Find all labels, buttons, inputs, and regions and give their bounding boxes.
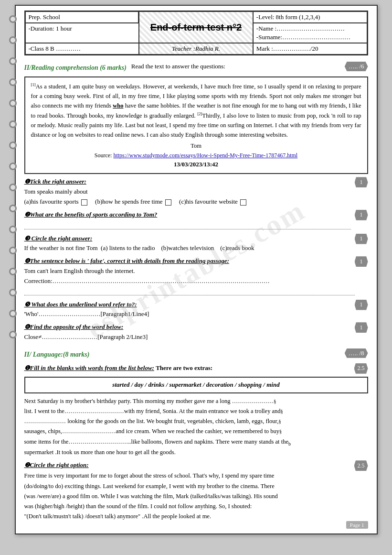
q3-text: If the weather is not fine Tom (24, 244, 98, 251)
question-1: ❶Tick the right answer: Tom speaks mainl… (24, 177, 368, 207)
q5-text: 'Who'…………………………[Paragraph1/Line4] (24, 310, 149, 317)
passage-text: [1]As a student, I am quite busy on week… (31, 81, 361, 140)
q1-title: ❶Tick the right answer: (24, 178, 86, 185)
q6-text: Close≠………………………[Paragraph 2/Line3] (24, 333, 148, 340)
q1-score: 1 (355, 177, 368, 187)
source-line: Source: https://www.studymode.com/essays… (31, 151, 361, 160)
q1-option-c: (c)his favourite website (179, 198, 246, 205)
question-3: ❸ Circle the right answer: If the weathe… (24, 234, 368, 254)
q1-text: Tom speaks mainly about (24, 188, 88, 195)
exam-header: Prep. School End-of-term test n°2 -Level… (24, 11, 368, 55)
question-6: ❻Find the opposite of the word below: Cl… (24, 322, 368, 342)
reading-section: II/Reading comprehension (6 marks) Read … (24, 59, 368, 342)
checkbox-a[interactable] (81, 199, 87, 206)
teacher-label: Teacher :Radhia R. (139, 43, 253, 54)
language-q1: ❶Fill in the blanks with words from the … (24, 363, 368, 458)
checkbox-b[interactable] (165, 199, 171, 206)
language-score-badge: ….. /8 (345, 348, 368, 358)
spiral-binding (9, 15, 17, 338)
reading-instruction: Read the text to answer the questions: (131, 63, 225, 70)
language-q2: ❷Circle the right option: 2.5 Free time … (24, 460, 368, 522)
mark-label: Mark :………………/20 (253, 43, 367, 54)
question-2: ❷What are the benefits of sports accordi… (24, 210, 368, 231)
q6-title: ❻Find the opposite of the word below: (24, 323, 124, 330)
q2-title: ❷What are the benefits of sports accordi… (24, 211, 158, 218)
source-url: https://www.studymode.com/essays/How-i-S… (113, 152, 297, 159)
class-label: -Class 8 B ………… (25, 43, 139, 54)
language-section: II/ Language:(8 marks) ….. /8 ❶Fill in t… (24, 346, 368, 522)
q5-score: 1 (355, 300, 368, 310)
exam-page: eslprintables.com Prep. School End-of-te… (15, 5, 378, 534)
language-header-row: II/ Language:(8 marks) ….. /8 (24, 346, 368, 360)
lq2-paragraph: Free time is very important for me to fo… (24, 471, 368, 522)
q6-score: 1 (355, 322, 368, 333)
question-4: ❹The sentence below is ' false', correct… (24, 256, 368, 296)
name-area: -Name :…………………………… -Surname:…………………………… (253, 23, 367, 43)
language-section-title: II/ Language:(8 marks) (24, 351, 90, 359)
reading-header-row: II/Reading comprehension (6 marks) Read … (24, 59, 368, 74)
lq2-score: 2.5 (354, 460, 368, 471)
q4-title: ❹The sentence below is ' false', correct… (24, 257, 229, 264)
q1-option-a: (a)his favourite sports (24, 198, 89, 205)
checkbox-c[interactable] (240, 199, 246, 206)
reading-section-title: II/Reading comprehension (6 marks) (24, 64, 127, 72)
exam-title: End-of-term test n°2 (139, 11, 253, 43)
q3-title: ❸ Circle the right answer: (24, 235, 93, 242)
reading-score-badge: ….. /6 (345, 62, 368, 71)
q1-option-b: (b)how he spends free time (95, 198, 173, 205)
q4-correction: Correction:……………………………………………………………………………… (24, 277, 270, 284)
q4-score: 1 (355, 256, 368, 267)
level-label: -Level: 8th form (1,2,3,4) (253, 11, 367, 23)
lq1-title: ❶Fill in the blanks with words from the … (24, 364, 154, 371)
q5-title: ❺ What does the underlined word refer to… (24, 301, 137, 308)
lq1-paragraph: Next Saturday is my brother's birthday p… (24, 396, 368, 458)
school-label: Prep. School (25, 11, 139, 23)
lq2-title: ❷Circle the right option: (24, 461, 89, 468)
reading-passage: [1]As a student, I am quite busy on week… (24, 76, 368, 174)
q4-text: Tom can't learn English through the inte… (24, 267, 135, 274)
passage-source: Tom Source: https://www.studymode.com/es… (31, 141, 361, 169)
lq1-score: 2.5 (354, 363, 368, 374)
q3-score: 1 (355, 234, 368, 244)
page-number: Page 1 (346, 521, 368, 529)
q2-score: 1 (355, 210, 368, 220)
duration-label: -Duration: 1 hour (25, 23, 139, 43)
word-list: started / day / drinks / supermarket / d… (24, 377, 368, 393)
passage-date: 13/03/2023/13:42 (31, 160, 361, 169)
question-5: ❺ What does the underlined word refer to… (24, 300, 368, 320)
lq1-extra: There are two extras: (156, 364, 212, 371)
